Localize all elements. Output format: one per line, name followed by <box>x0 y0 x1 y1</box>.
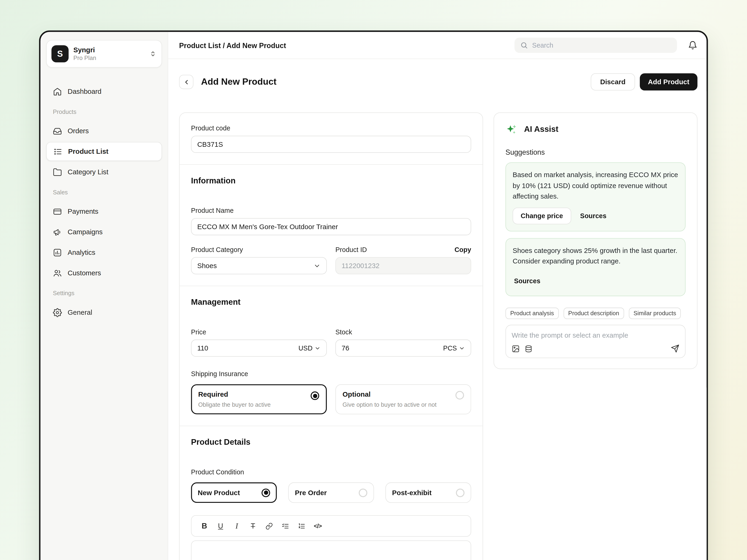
condition-pre-order-option[interactable]: Pre Order <box>288 482 374 503</box>
suggestion-text: Shoes category shows 25% growth in the l… <box>513 245 678 267</box>
price-unit-select[interactable]: USD <box>298 344 320 352</box>
sidebar-item-customers[interactable]: Customers <box>46 263 162 283</box>
radio-unselected-icon[interactable] <box>456 391 464 400</box>
search-input[interactable] <box>532 42 671 49</box>
underline-button[interactable]: U <box>212 515 229 537</box>
chip-similar-products[interactable]: Similar products <box>629 308 681 319</box>
sidebar-item-label: Campaigns <box>68 228 103 236</box>
ai-assist-title: AI Assist <box>524 125 558 134</box>
radio-unselected-icon[interactable] <box>359 488 367 497</box>
content-columns: Product code Information Product Name Pr… <box>179 112 697 560</box>
breadcrumb: Product List / Add New Product <box>179 41 286 50</box>
price-stock-row: Price 110 USD <box>191 328 471 356</box>
change-price-button[interactable]: Change price <box>513 208 571 224</box>
header-actions: Discard Add Product <box>591 73 697 90</box>
chip-product-analysis[interactable]: Product analysis <box>506 308 559 319</box>
radio-selected-icon[interactable] <box>311 392 319 400</box>
condition-post-exhibit-option[interactable]: Post-exhibit <box>385 482 471 503</box>
stock-unit: PCS <box>443 344 457 352</box>
category-id-row: Product Category Shoes <box>191 246 471 274</box>
chip-product-description[interactable]: Product description <box>564 308 624 319</box>
page-content: Add New Product Discard Add Product Prod… <box>168 59 706 560</box>
chevron-down-icon <box>459 345 465 351</box>
sidebar-item-general[interactable]: General <box>46 303 162 322</box>
sidebar-item-label: Dashboard <box>68 88 102 96</box>
stock-input[interactable]: 76 PCS <box>335 340 471 356</box>
workspace-meta: Syngri Pro Plan <box>73 46 96 61</box>
option-title: New Product <box>198 489 240 497</box>
product-id-input <box>335 257 471 274</box>
image-icon[interactable] <box>512 345 520 353</box>
code-button[interactable]: </> <box>310 515 326 537</box>
workspace-switcher[interactable]: S Syngri Pro Plan <box>46 40 162 68</box>
bar-chart-icon <box>53 248 62 257</box>
sources-button[interactable]: Sources <box>513 272 546 289</box>
sidebar-section-products: Products <box>46 108 162 115</box>
bold-button[interactable]: B <box>196 515 212 537</box>
product-category-select[interactable]: Shoes <box>191 257 327 274</box>
italic-button[interactable]: I <box>229 515 245 537</box>
chevron-up-down-icon <box>149 50 157 58</box>
sidebar-item-payments[interactable]: Payments <box>46 202 162 221</box>
sidebar-section-settings: Settings <box>46 290 162 297</box>
product-id-label: Product ID <box>335 246 367 254</box>
workspace-name: Syngri <box>73 46 96 54</box>
price-value: 110 <box>197 344 208 352</box>
shipping-options: Required Obligate the buyer to active Op… <box>191 384 471 415</box>
list-icon <box>53 147 62 156</box>
sidebar-item-product-list[interactable]: Product List <box>46 142 162 161</box>
sidebar-item-analytics[interactable]: Analytics <box>46 243 162 262</box>
product-details-section: Product Details Product Condition New Pr… <box>180 426 483 560</box>
strikethrough-button[interactable]: T <box>245 515 261 537</box>
ai-prompt-input[interactable] <box>512 331 679 339</box>
price-input[interactable]: 110 USD <box>191 340 327 356</box>
send-icon[interactable] <box>671 344 679 353</box>
product-form-card: Product code Information Product Name Pr… <box>179 112 483 560</box>
product-code-section: Product code <box>180 113 483 164</box>
discard-button[interactable]: Discard <box>591 73 635 90</box>
ordered-list-button[interactable] <box>293 515 310 537</box>
shipping-required-option[interactable]: Required Obligate the buyer to active <box>191 384 327 415</box>
product-category-value: Shoes <box>197 262 217 269</box>
add-product-button[interactable]: Add Product <box>640 73 697 90</box>
database-icon[interactable] <box>524 345 533 353</box>
link-button[interactable] <box>261 515 277 537</box>
desktop-background: S Syngri Pro Plan Dashboard Products <box>0 0 747 560</box>
ai-prompt-box[interactable] <box>506 325 686 358</box>
suggestions-label: Suggestions <box>506 148 686 156</box>
suggestion-card: Based on market analysis, increasing ECC… <box>506 162 686 232</box>
shipping-optional-option[interactable]: Optional Give option to buyer to active … <box>335 384 471 415</box>
sidebar-item-label: Payments <box>68 208 99 215</box>
ordered-list-icon <box>298 522 306 530</box>
sidebar-item-campaigns[interactable]: Campaigns <box>46 222 162 241</box>
condition-new-product-option[interactable]: New Product <box>191 482 277 503</box>
description-editor: B U I T <box>191 515 471 560</box>
editor-text-area[interactable] <box>191 540 471 560</box>
copy-button[interactable]: Copy <box>455 246 471 254</box>
product-category-label: Product Category <box>191 246 327 254</box>
sources-button[interactable]: Sources <box>574 208 613 224</box>
bell-icon[interactable] <box>688 41 697 50</box>
sidebar-item-category-list[interactable]: Category List <box>46 162 162 182</box>
folder-icon <box>53 167 62 177</box>
back-button[interactable] <box>179 75 193 89</box>
shipping-insurance-label: Shipping Insurance <box>191 370 471 378</box>
page-title: Add New Product <box>201 77 276 87</box>
product-code-input[interactable] <box>191 136 471 153</box>
sidebar-item-label: Product List <box>68 148 108 155</box>
ai-assist-header: AI Assist <box>506 124 686 135</box>
product-name-input[interactable] <box>191 218 471 235</box>
stock-unit-select[interactable]: PCS <box>443 344 465 352</box>
checklist-button[interactable] <box>277 515 293 537</box>
search-icon <box>520 42 528 49</box>
search-box[interactable] <box>515 37 677 53</box>
users-icon <box>53 268 62 277</box>
sidebar-item-dashboard[interactable]: Dashboard <box>46 82 162 101</box>
link-icon <box>265 522 273 530</box>
sidebar-item-orders[interactable]: Orders <box>46 121 162 140</box>
radio-selected-icon[interactable] <box>261 488 270 497</box>
suggestion-actions: Sources <box>513 272 678 289</box>
management-heading: Management <box>191 298 471 307</box>
sidebar-item-label: Orders <box>68 127 89 135</box>
radio-unselected-icon[interactable] <box>456 488 465 497</box>
